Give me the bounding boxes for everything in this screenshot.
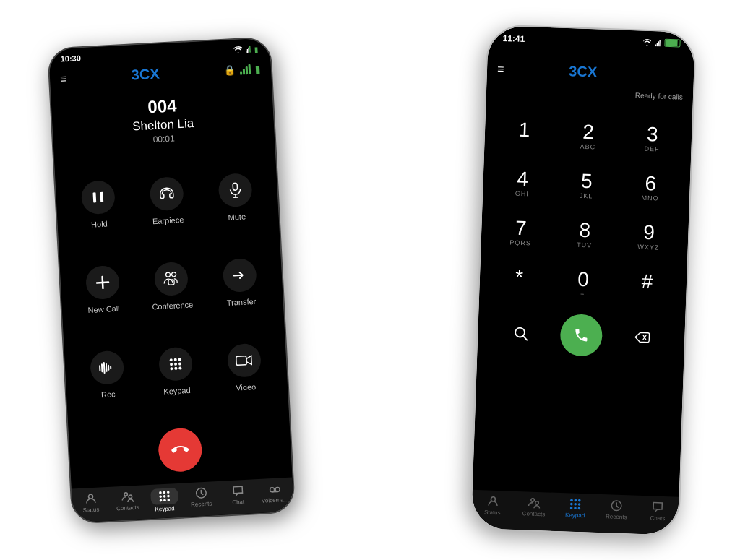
svg-point-28 [178, 366, 181, 369]
key-num-2: 2 [582, 121, 595, 142]
svg-point-60 [574, 502, 577, 505]
dialpad-key-7[interactable]: 7 PQRS [488, 207, 554, 258]
key-alpha-7: PQRS [509, 238, 531, 247]
nav-voicemail[interactable]: Voicema... [256, 481, 294, 507]
p2-nav-status[interactable]: Status [472, 494, 514, 516]
svg-point-34 [163, 491, 165, 494]
new-call-icon [85, 264, 120, 299]
svg-rect-14 [99, 365, 100, 371]
nav-recents[interactable]: Recents [182, 485, 220, 511]
nav-contacts[interactable]: Contacts [108, 489, 147, 515]
p2-nav-contacts-label: Contacts [522, 510, 546, 517]
delete-icon [634, 330, 650, 344]
new-call-button[interactable]: New Call [66, 245, 139, 334]
recents-nav-icon [194, 486, 207, 499]
video-button[interactable]: Video [208, 323, 281, 412]
nav-voicemail-label: Voicema... [262, 496, 289, 504]
key-num-9: 9 [643, 222, 655, 243]
nav-keypad[interactable]: Keypad [145, 487, 184, 513]
p2-nav-keypad-label: Keypad [565, 512, 585, 519]
earpiece-label: Earpiece [152, 215, 184, 225]
svg-point-21 [174, 358, 177, 361]
svg-point-20 [170, 358, 173, 361]
dialpad-key-6[interactable]: 6 MNO [618, 162, 684, 213]
dialpad-key-2[interactable]: 2 ABC [555, 111, 621, 162]
endcall-button[interactable] [158, 427, 203, 473]
key-num-5: 5 [581, 171, 593, 191]
dialpad-key-hash[interactable]: # [614, 260, 680, 311]
mute-label: Mute [228, 212, 246, 221]
conference-button[interactable]: Conference [135, 241, 208, 330]
mute-icon [218, 173, 253, 207]
bar2 [243, 68, 245, 74]
svg-rect-4 [92, 192, 96, 202]
svg-point-43 [270, 487, 274, 491]
voicemail-nav-icon [267, 482, 281, 496]
svg-point-23 [170, 363, 173, 366]
svg-rect-2 [248, 47, 249, 52]
nav-keypad-label: Keypad [155, 505, 175, 512]
call-button[interactable] [559, 313, 603, 356]
keypad-button[interactable]: Keypad [139, 327, 212, 415]
p2-contacts-icon [528, 496, 541, 509]
dialpad-key-3[interactable]: 3 DEF [619, 113, 685, 164]
p2-nav-keypad[interactable]: Keypad [554, 496, 596, 519]
phone2-device: 11:41 ≡ [470, 24, 697, 537]
svg-point-61 [578, 503, 581, 506]
search-button[interactable] [504, 316, 537, 350]
p2-nav-recents[interactable]: Recents [595, 498, 637, 520]
spacer [662, 74, 684, 75]
delete-button[interactable] [626, 321, 659, 354]
key-alpha-8: TUV [577, 241, 592, 249]
dialpad-key-star[interactable]: * [486, 256, 552, 307]
ready-text: Ready for calls [635, 91, 683, 100]
svg-point-62 [570, 507, 573, 509]
dialpad: 1 2 ABC 3 DEF 4 [473, 101, 693, 497]
key-alpha-9: WXYZ [637, 243, 659, 251]
p2-nav-chats[interactable]: Chats [637, 499, 679, 522]
key-alpha-5: JKL [580, 191, 593, 200]
phone2-hamburger[interactable]: ≡ [497, 62, 504, 75]
svg-rect-5 [100, 191, 103, 202]
p2-nav-status-label: Status [484, 509, 501, 516]
svg-point-63 [574, 507, 577, 509]
dialpad-key-9[interactable]: 9 WXYZ [616, 211, 681, 262]
p2-nav-contacts[interactable]: Contacts [513, 495, 555, 517]
svg-point-11 [165, 272, 170, 277]
svg-point-55 [535, 501, 538, 504]
new-call-label: New Call [87, 303, 120, 314]
nav-status-label: Status [82, 506, 99, 513]
dialpad-key-4[interactable]: 4 GHI [489, 158, 555, 209]
lock-icon: 🔒 [223, 64, 236, 75]
dialpad-key-8[interactable]: 8 TUV [552, 209, 618, 260]
svg-point-59 [570, 502, 573, 505]
rec-button[interactable]: Rec [71, 330, 144, 419]
svg-point-39 [159, 499, 162, 501]
phone1-time: 10:30 [60, 53, 81, 63]
nav-chat[interactable]: Chat [219, 483, 257, 509]
earpiece-button[interactable]: Earpiece [131, 156, 204, 245]
transfer-button[interactable]: Transfer [204, 238, 277, 327]
signal-icon [244, 45, 252, 53]
svg-rect-1 [247, 49, 249, 53]
dialpad-key-5[interactable]: 5 JKL [554, 160, 619, 211]
phone2-wifi-icon [642, 38, 651, 46]
svg-point-44 [275, 487, 279, 491]
bar3 [246, 66, 249, 74]
svg-point-56 [570, 499, 573, 501]
conference-icon [154, 261, 189, 296]
svg-rect-6 [233, 183, 238, 190]
key-num-6: 6 [645, 173, 657, 194]
nav-contacts-label: Contacts [116, 504, 139, 512]
dialpad-key-0[interactable]: 0 + [550, 258, 616, 309]
dialpad-key-1[interactable]: 1 [491, 108, 557, 160]
hamburger-icon[interactable]: ≡ [60, 72, 67, 85]
nav-status[interactable]: Status [72, 491, 110, 517]
svg-point-37 [163, 495, 165, 498]
hold-button[interactable]: Hold [61, 160, 134, 249]
nav-recents-label: Recents [191, 500, 212, 508]
svg-point-27 [174, 366, 177, 369]
mute-button[interactable]: Mute [199, 152, 272, 241]
phone1-device: 10:30 ▮ ≡ 3CX [47, 36, 296, 524]
call-info: 004 Shelton Lia 00:01 [51, 80, 275, 157]
